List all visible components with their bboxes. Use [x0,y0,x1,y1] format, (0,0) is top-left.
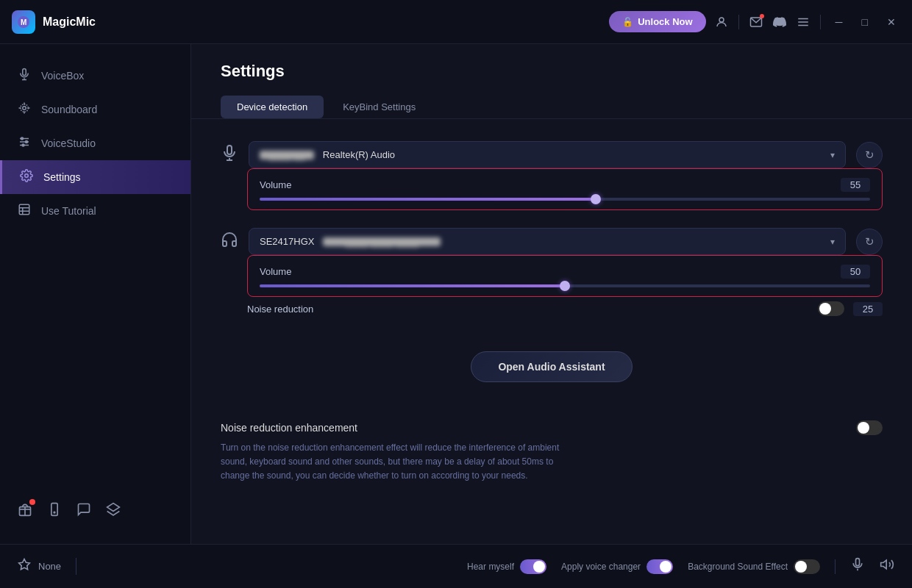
bottom-controls: Hear myself Apply voice changer Backgrou… [467,557,894,576]
content-header: Settings Device detection KeyBind Settin… [191,44,912,119]
open-audio-assistant-button[interactable]: Open Audio Assistant [471,351,632,382]
sidebar-item-voicestudio[interactable]: VoiceStudio [0,126,190,160]
svg-rect-19 [19,204,29,215]
svg-point-15 [21,137,24,140]
close-button[interactable]: ✕ [883,15,900,29]
tab-keybind-settings[interactable]: KeyBind Settings [327,96,432,118]
maximize-button[interactable]: □ [858,15,872,29]
unlock-btn-label: Unlock Now [638,16,692,27]
background-sound-label: Background Sound Effect [688,562,788,572]
unlock-now-button[interactable]: 🔓 Unlock Now [609,11,705,32]
hp-volume-label: Volume [260,266,291,277]
layers-icon[interactable] [106,502,121,520]
sidebar-item-settings[interactable]: Settings [0,160,190,194]
mic-realtek-label: Realtek(R) Audio [323,149,395,160]
menu-icon[interactable] [797,15,810,29]
microphone-refresh-button[interactable]: ↻ [856,142,883,168]
sidebar-item-tutorial-label: Use Tutorial [41,205,96,217]
headphone-refresh-button[interactable]: ↻ [856,229,883,255]
hear-myself-label: Hear myself [467,562,514,572]
sidebar-bottom-icons [0,493,190,529]
voice-name-label: None [38,561,61,572]
volume-bottom-icon[interactable] [880,557,894,576]
svg-point-26 [54,512,55,513]
chevron-down-icon-hp: ▾ [830,237,835,247]
apply-voice-changer-control: Apply voice changer [561,559,673,574]
gift-icon[interactable] [18,502,32,520]
noise-reduction-value: 25 [853,302,883,316]
titlebar-right: 🔓 Unlock Now ─ □ ✕ [609,11,900,32]
minimize-button[interactable]: ─ [831,15,847,29]
noise-reduction-toggle[interactable] [818,301,844,316]
titlebar-icons: ─ □ ✕ [715,15,900,29]
app-title: MagicMic [43,15,96,29]
tabs-row: Device detection KeyBind Settings [221,96,883,118]
star-icon [18,558,31,575]
mic-bottom-icon[interactable] [850,557,865,576]
bottom-sep [835,559,836,574]
sidebar: VoiceBox Soundboard VoiceStudio Settings… [0,44,191,544]
background-sound-thumb [795,561,807,573]
mic-volume-row: Volume 55 [260,178,870,192]
sidebar-spacer [0,228,190,493]
sidebar-item-voicebox-label: VoiceBox [41,70,84,82]
apply-voice-changer-thumb [660,561,671,573]
mic-volume-slider[interactable] [260,198,870,201]
sidebar-item-tutorial[interactable]: Use Tutorial [0,194,190,228]
chevron-down-icon: ▾ [830,150,835,160]
svg-point-11 [21,104,29,112]
svg-point-2 [719,18,724,22]
sidebar-item-settings-label: Settings [43,171,81,183]
app-logo: M [12,10,35,34]
microphone-select[interactable]: ████ ██ Realtek(R) Audio ▾ [249,141,846,168]
hp-blurred: ████ ████ ████ [323,237,441,246]
chat-icon[interactable] [76,502,91,520]
hp-volume-slider[interactable] [260,284,870,287]
headphone-device-row: SE2417HGX ████ ████ ████ ▾ ↻ [221,228,883,255]
svg-rect-7 [23,69,26,76]
discord-icon[interactable] [773,15,786,29]
headphone-device-icon [221,231,238,253]
microphone-name: ████ ██ Realtek(R) Audio [260,149,395,160]
noise-reduction-row: Noise reduction 25 [247,297,883,320]
nre-toggle-thumb [858,422,869,434]
hp-volume-value: 50 [841,265,870,279]
svg-marker-31 [19,559,30,570]
svg-point-18 [25,174,29,178]
tutorial-icon [18,203,31,219]
noise-reduction-thumb [819,303,831,315]
hear-myself-toggle[interactable] [520,559,546,574]
sidebar-item-soundboard[interactable]: Soundboard [0,93,190,126]
page-title: Settings [221,62,883,81]
microphone-volume-box: Volume 55 [247,168,883,210]
apply-voice-changer-toggle[interactable] [646,559,673,574]
user-icon[interactable] [715,15,728,29]
mail-icon[interactable] [749,15,763,29]
noise-reduction-enhancement-section: Noise reduction enhancement Turn on the … [221,413,883,491]
hp-slider-thumb[interactable] [560,281,570,291]
mic-volume-label: Volume [260,179,291,190]
nre-toggle[interactable] [856,420,883,435]
mic-blurred: ████ ██ [260,151,314,159]
tab-device-detection[interactable]: Device detection [221,96,324,118]
mobile-icon[interactable] [47,502,62,520]
settings-content: ████ ██ Realtek(R) Audio ▾ ↻ Volume 55 [191,119,912,513]
mic-volume-value: 55 [841,178,870,192]
mic-slider-thumb[interactable] [591,194,601,204]
microphone-device-icon [221,144,238,166]
svg-text:M: M [21,18,26,26]
apply-voice-changer-label: Apply voice changer [561,562,641,572]
microphone-section: ████ ██ Realtek(R) Audio ▾ ↻ Volume 55 [221,141,883,210]
audio-assistant-section: Open Audio Assistant [221,344,883,390]
mic-slider-fill [260,198,596,201]
headphone-select[interactable]: SE2417HGX ████ ████ ████ ▾ [249,228,846,255]
headphone-volume-box: Volume 50 [247,255,883,297]
nre-title: Noise reduction enhancement [221,422,357,434]
sidebar-item-voicebox[interactable]: VoiceBox [0,59,190,93]
titlebar-left: M MagicMic [12,10,96,34]
background-sound-toggle[interactable] [794,559,820,574]
nre-header: Noise reduction enhancement [221,420,883,435]
headphone-section: SE2417HGX ████ ████ ████ ▾ ↻ Volume 50 [221,228,883,320]
nre-description: Turn on the noise reduction enhancement … [221,441,574,484]
background-sound-control: Background Sound Effect [688,559,820,574]
